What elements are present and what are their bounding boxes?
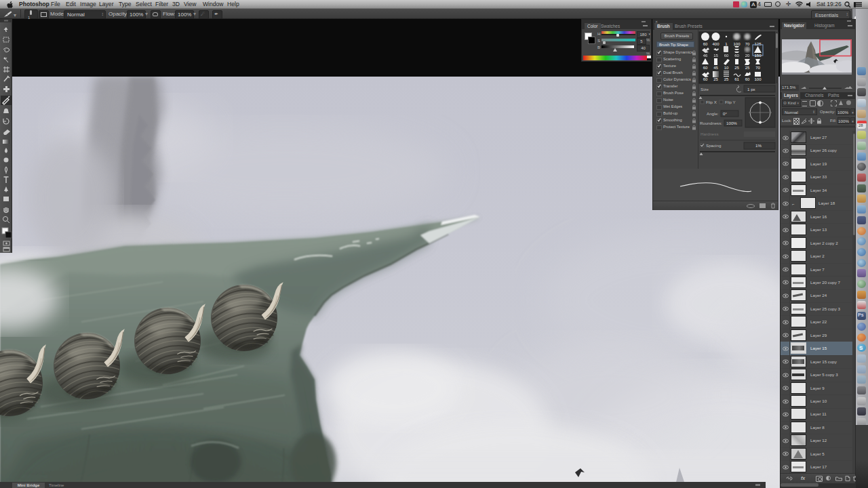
svg-text:Roundness:: Roundness:: [700, 121, 722, 125]
svg-text:70: 70: [755, 66, 760, 70]
svg-text:25: 25: [734, 66, 739, 70]
svg-text:100%: 100%: [726, 121, 737, 125]
svg-text:61: 61: [734, 77, 739, 81]
svg-text:60: 60: [724, 54, 729, 58]
svg-text:25: 25: [713, 77, 718, 81]
svg-text:Flip X: Flip X: [706, 100, 717, 104]
svg-text:45: 45: [713, 66, 718, 70]
svg-text:1%: 1%: [755, 143, 762, 148]
svg-text:46: 46: [703, 54, 708, 58]
svg-text:60: 60: [703, 42, 708, 46]
svg-text:150: 150: [754, 54, 762, 58]
svg-text:400: 400: [712, 42, 719, 46]
svg-text:60: 60: [703, 66, 708, 70]
svg-text:20: 20: [745, 54, 750, 58]
svg-text:Angle:: Angle:: [707, 111, 719, 116]
svg-text:60: 60: [703, 77, 708, 81]
svg-text:125: 125: [754, 42, 762, 46]
svg-text:60: 60: [734, 54, 739, 58]
svg-text:25: 25: [745, 66, 750, 70]
svg-text:Flip Y: Flip Y: [725, 100, 736, 104]
svg-text:Spacing: Spacing: [706, 143, 722, 148]
svg-text:Size: Size: [701, 87, 709, 92]
svg-text:100: 100: [754, 77, 762, 81]
svg-text:25: 25: [724, 77, 729, 81]
svg-text:1 px: 1 px: [747, 87, 756, 92]
svg-text:60: 60: [745, 77, 750, 81]
svg-text:100: 100: [733, 42, 741, 46]
svg-text:15: 15: [713, 54, 718, 58]
svg-text:10: 10: [724, 66, 729, 70]
svg-text:0°: 0°: [723, 111, 727, 116]
svg-text:70: 70: [745, 42, 750, 46]
svg-text:Hardness: Hardness: [701, 131, 718, 136]
